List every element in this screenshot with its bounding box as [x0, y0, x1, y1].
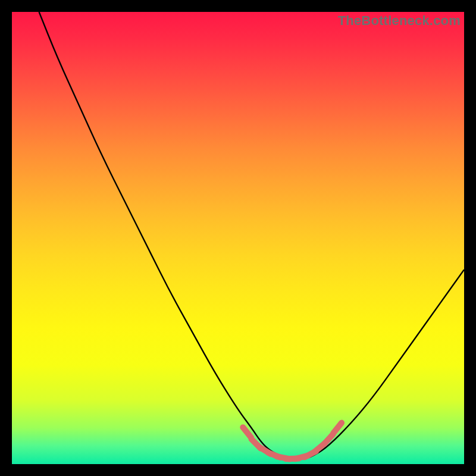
chart-frame: TheBottleneck.com [12, 12, 464, 464]
fit-marks-group [243, 423, 342, 459]
fit-mark [243, 427, 251, 437]
watermark-text: TheBottleneck.com [338, 13, 461, 29]
chart-svg [12, 12, 464, 464]
bottleneck-curve [39, 12, 464, 459]
plot-area: TheBottleneck.com [12, 12, 464, 464]
fit-mark [333, 423, 342, 433]
